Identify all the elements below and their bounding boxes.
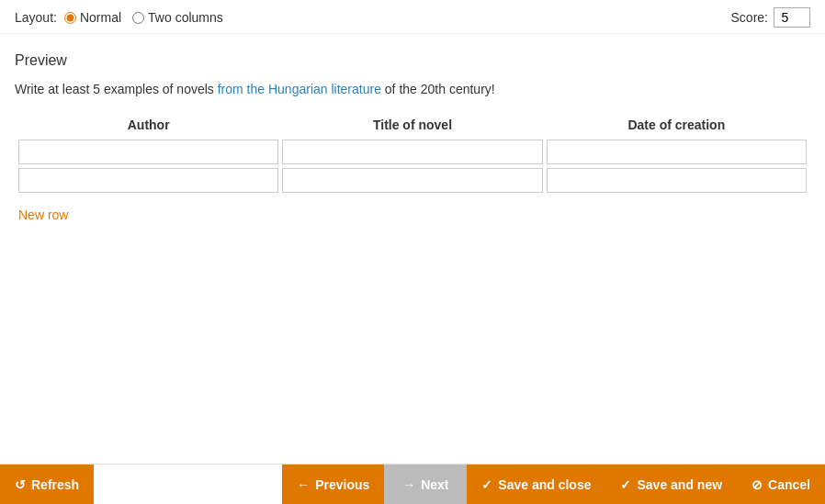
preview-title: Preview — [15, 52, 810, 69]
col-header-date: Date of creation — [547, 114, 807, 136]
score-label: Score: — [731, 10, 768, 25]
col-header-title: Title of novel — [282, 114, 542, 136]
arrow-right-icon — [402, 477, 415, 492]
layout-label: Layout: — [15, 10, 57, 25]
layout-two-columns-label: Two columns — [148, 10, 223, 25]
row1-author-cell — [18, 140, 278, 164]
save-close-label: Save and close — [498, 477, 591, 492]
layout-normal-radio[interactable] — [64, 12, 76, 24]
preview-section: Preview Write at least 5 examples of nov… — [15, 43, 810, 231]
layout-radio-group: Normal Two columns — [64, 10, 223, 25]
refresh-button[interactable]: Refresh — [0, 465, 94, 504]
question-before: Write at least 5 examples of novels — [15, 82, 218, 96]
cancel-label: Cancel — [768, 477, 810, 492]
footer-bar: Refresh Previous Next Save and close Sav… — [0, 464, 825, 504]
score-input[interactable] — [774, 7, 810, 28]
save-close-button[interactable]: Save and close — [467, 465, 605, 504]
question-text: Write at least 5 examples of novels from… — [15, 80, 810, 99]
table-row — [15, 140, 810, 164]
row2-author-cell — [18, 168, 278, 193]
save-new-button[interactable]: Save and new — [605, 465, 737, 504]
layout-two-columns-option[interactable]: Two columns — [132, 10, 223, 25]
layout-bar: Layout: Normal Two columns Score: — [0, 0, 825, 34]
layout-normal-option[interactable]: Normal — [64, 10, 121, 25]
previous-label: Previous — [315, 477, 369, 492]
next-label: Next — [421, 477, 448, 492]
score-section: Score: — [731, 7, 810, 28]
layout-normal-label: Normal — [80, 10, 121, 25]
check-icon-save-new — [620, 477, 631, 492]
layout-options: Layout: Normal Two columns — [15, 10, 223, 25]
save-new-label: Save and new — [637, 477, 722, 492]
row2-title-input[interactable] — [282, 168, 542, 193]
next-button[interactable]: Next — [384, 465, 467, 504]
arrow-left-icon — [297, 477, 310, 492]
row1-date-cell — [547, 140, 807, 164]
table-row — [15, 168, 810, 193]
row2-date-cell — [547, 168, 807, 193]
cancel-button[interactable]: Cancel — [737, 465, 825, 504]
row1-author-input[interactable] — [18, 140, 278, 164]
row1-title-cell — [282, 140, 542, 164]
row2-date-input[interactable] — [547, 168, 807, 193]
row1-date-input[interactable] — [547, 140, 807, 164]
table-container: Author Title of novel Date of creation — [15, 114, 810, 193]
refresh-icon — [15, 477, 26, 492]
question-after: of the 20th century! — [381, 82, 495, 96]
refresh-label: Refresh — [31, 477, 79, 492]
main-content: Preview Write at least 5 examples of nov… — [0, 34, 825, 464]
new-row-link[interactable]: New row — [15, 204, 72, 226]
check-icon-save-close — [481, 477, 492, 492]
col-header-author: Author — [18, 114, 278, 136]
table-header: Author Title of novel Date of creation — [15, 114, 810, 136]
ban-icon — [752, 477, 763, 492]
layout-two-columns-radio[interactable] — [132, 12, 144, 24]
question-highlight: from the Hungarian literature — [218, 82, 381, 96]
row1-title-input[interactable] — [282, 140, 542, 164]
footer-spacer — [94, 465, 282, 504]
row2-author-input[interactable] — [18, 168, 278, 193]
row2-title-cell — [282, 168, 542, 193]
previous-button[interactable]: Previous — [282, 465, 384, 504]
